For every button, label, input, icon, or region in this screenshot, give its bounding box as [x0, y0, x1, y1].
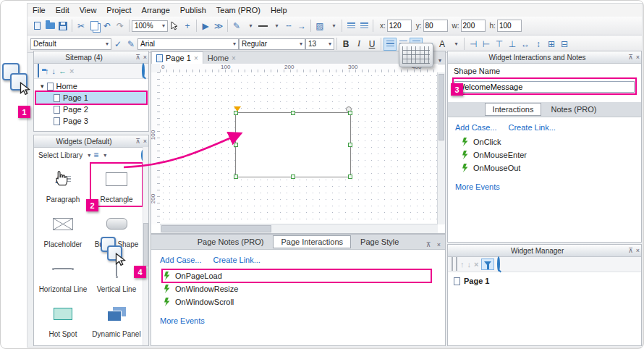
more-events-link[interactable]: More Events	[455, 182, 634, 191]
align-top-icon[interactable]	[357, 20, 370, 33]
widget-partial-2[interactable]	[90, 342, 143, 346]
preview-icon[interactable]: ▶	[199, 20, 212, 33]
create-link-link[interactable]: Create Link...	[508, 123, 555, 132]
menu-view[interactable]: View	[75, 6, 102, 14]
zoom-select[interactable]: 100% ▾	[132, 20, 168, 32]
tree-item-page2[interactable]: Page 2	[36, 104, 146, 115]
move-up-icon[interactable]: ↑	[45, 67, 49, 75]
fill-color-caret[interactable]: ▾	[326, 20, 339, 33]
event-onmouseout[interactable]: OnMouseOut	[461, 162, 634, 174]
w-field[interactable]	[461, 20, 486, 32]
cut-icon[interactable]: ✂	[75, 20, 88, 33]
style-preset-select[interactable]: Default ▾	[30, 38, 111, 50]
menu-help[interactable]: Help	[266, 6, 292, 14]
menu-edit[interactable]: Edit	[51, 6, 75, 14]
align-objects-bottom-icon[interactable]: ⊥	[506, 38, 519, 51]
align-left-icon[interactable]	[344, 20, 357, 33]
resize-handle-n[interactable]	[291, 111, 295, 115]
event-onmouseenter[interactable]: OnMouseEnter	[461, 149, 634, 161]
widget-dynamic-panel[interactable]: Dynamic Panel	[90, 297, 143, 342]
edit-style-icon[interactable]: ✎	[124, 38, 137, 51]
wm-page-icon-disabled[interactable]	[452, 258, 453, 271]
align-objects-left-icon[interactable]: ⊣	[467, 38, 480, 51]
line-style-icon[interactable]: ╌	[282, 20, 295, 33]
more-events-link[interactable]: More Events	[160, 316, 436, 325]
add-page-icon[interactable]	[38, 64, 39, 77]
wm-search-icon[interactable]	[497, 258, 500, 271]
tree-item-page1[interactable]: Page 1	[36, 92, 146, 104]
align-objects-top-icon[interactable]: ⊤	[493, 38, 506, 51]
pin-icon[interactable]: ⊼	[134, 54, 142, 61]
distribute-vertical-icon[interactable]: ↕	[532, 38, 545, 51]
close-tab-icon[interactable]: ×	[232, 54, 236, 62]
open-folder-icon[interactable]	[43, 20, 56, 33]
close-icon[interactable]: ×	[436, 241, 442, 248]
tab-notes[interactable]: Notes (PRO)	[543, 103, 604, 116]
tree-item-home[interactable]: ▾ Home	[36, 80, 146, 92]
scrollbar-thumb[interactable]	[438, 74, 444, 140]
y-field[interactable]	[423, 20, 448, 32]
widget-horizontal-line[interactable]: Horizontal Line	[36, 252, 90, 297]
event-onwindowresize[interactable]: OnWindowResize	[163, 283, 436, 295]
line-weight-icon[interactable]	[256, 20, 269, 33]
outdent-icon[interactable]: ←	[59, 67, 67, 75]
widget-hot-spot[interactable]: Hot Spot	[36, 297, 90, 342]
library-menu-icon[interactable]: ≡	[93, 150, 98, 160]
menu-arrange[interactable]: Arrange	[137, 6, 175, 14]
underline-button[interactable]: U	[365, 38, 378, 51]
tab-page-notes[interactable]: Page Notes (PRO)	[190, 235, 272, 248]
menu-project[interactable]: Project	[101, 6, 136, 14]
canvas-hscrollbar[interactable]	[160, 224, 438, 233]
tab-page-interactions[interactable]: Page Interactions	[273, 235, 351, 248]
pin-icon[interactable]: ⊼	[425, 241, 433, 248]
publish-icon[interactable]: ≫	[212, 20, 225, 33]
line-weight-caret[interactable]: ▾	[269, 20, 282, 33]
menu-team[interactable]: Team (PRO)	[211, 6, 266, 14]
pen-style-caret[interactable]: ▾	[243, 20, 256, 33]
h-field[interactable]	[497, 20, 522, 32]
close-icon[interactable]: ×	[635, 247, 641, 254]
scrollbar-thumb[interactable]	[143, 223, 148, 266]
tab-list-caret-icon[interactable]: ▾	[438, 57, 445, 64]
font-color-icon[interactable]: A	[436, 38, 449, 51]
resize-handle-ne[interactable]	[348, 111, 352, 115]
close-tab-icon[interactable]: ×	[194, 54, 198, 62]
widget-placeholder[interactable]: Placeholder	[36, 207, 90, 252]
copy-icon[interactable]	[88, 20, 101, 33]
pin-icon[interactable]: ⊼	[627, 247, 635, 254]
font-size-select[interactable]: 13 ▾	[305, 38, 334, 50]
ungroup-icon[interactable]: ⊟	[558, 38, 571, 51]
undo-icon[interactable]: ↶	[101, 20, 114, 33]
new-file-icon[interactable]	[30, 20, 43, 33]
wm-move-up-icon[interactable]: ↑	[460, 260, 465, 269]
tab-home[interactable]: Home ×	[203, 52, 240, 64]
connector-tool-icon[interactable]: +	[181, 20, 194, 33]
event-onclick[interactable]: OnClick	[461, 136, 634, 148]
menu-publish[interactable]: Publish	[175, 6, 211, 14]
pointer-tool-icon[interactable]	[168, 20, 181, 33]
save-icon[interactable]	[56, 20, 69, 33]
create-link-link[interactable]: Create Link...	[213, 256, 260, 264]
font-family-select[interactable]: Arial ▾	[137, 38, 239, 50]
distribute-horizontal-icon[interactable]: ↔	[519, 38, 532, 51]
scrollbar-thumb[interactable]	[161, 225, 271, 232]
align-objects-right-icon[interactable]: ⊢	[480, 38, 493, 51]
delete-page-icon[interactable]: ×	[69, 67, 74, 75]
tab-interactions[interactable]: Interactions	[485, 103, 542, 116]
group-icon[interactable]: ⊞	[545, 38, 558, 51]
wm-move-down-icon[interactable]: ↓	[467, 260, 472, 269]
search-icon[interactable]	[142, 64, 145, 77]
close-icon[interactable]: ×	[635, 54, 641, 61]
pin-icon[interactable]: ⊼	[627, 54, 635, 61]
resize-handle-se[interactable]	[348, 174, 352, 179]
italic-button[interactable]: I	[352, 38, 365, 51]
canvas-vscrollbar[interactable]	[437, 72, 445, 224]
event-onwindowscroll[interactable]: OnWindowScroll	[163, 296, 436, 308]
filter-icon[interactable]	[481, 258, 494, 270]
pen-style-icon[interactable]: ✎	[230, 20, 243, 33]
wm-folder-icon-disabled[interactable]	[456, 258, 457, 271]
wm-item-page1[interactable]: Page 1	[448, 275, 641, 287]
align-left-text-icon[interactable]	[384, 38, 397, 51]
widget-partial-1[interactable]	[36, 342, 90, 346]
move-down-icon[interactable]: ↓	[52, 67, 56, 75]
